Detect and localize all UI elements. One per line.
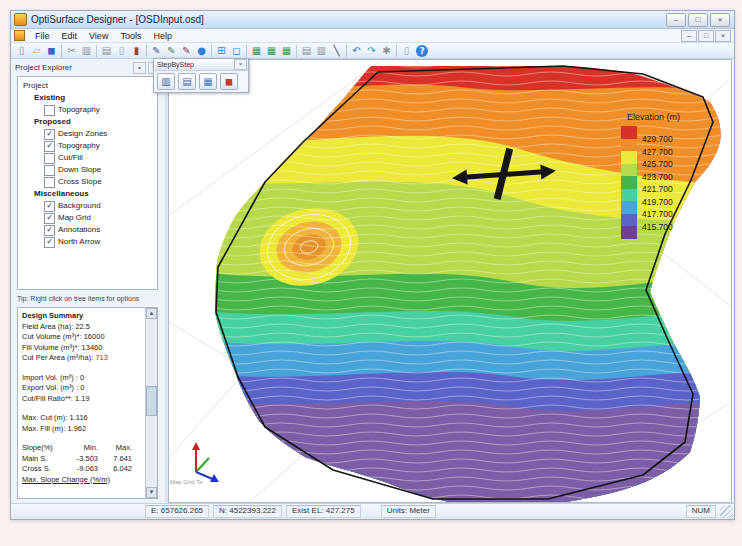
close-button[interactable]: × — [710, 13, 730, 27]
checkbox[interactable] — [44, 141, 55, 152]
step-design-button[interactable]: ▤ — [178, 73, 196, 90]
scroll-up-icon[interactable]: ▲ — [146, 308, 157, 319]
checkbox[interactable] — [44, 129, 55, 140]
legend-label: 417.700 — [642, 208, 673, 221]
summary-cut-volume: Cut Volume (m³)*: 16000 — [22, 332, 144, 343]
tree-item-design-zones[interactable]: Design Zones — [18, 128, 157, 140]
tree-item-proposed-topography[interactable]: Topography — [18, 140, 157, 152]
stepbystep-close-icon[interactable]: × — [234, 59, 247, 70]
design-summary-panel: Design Summary Field Area (ha): 22.5 Cut… — [17, 307, 158, 499]
maximize-button[interactable]: □ — [688, 13, 708, 27]
menu-file[interactable]: File — [29, 31, 56, 41]
legend-swatch — [621, 214, 637, 227]
checkbox[interactable] — [44, 201, 55, 212]
print-icon[interactable]: ▤ — [99, 44, 114, 58]
draw-line-icon[interactable]: ✎ — [149, 44, 164, 58]
world-view-icon[interactable]: ● — [194, 44, 209, 58]
save-project-icon[interactable]: ◼ — [44, 44, 59, 58]
preview-document-icon[interactable]: ▯ — [399, 44, 414, 58]
status-spacer — [11, 505, 141, 518]
app-window: OptiSurface Designer - [OSDInput.osd] – … — [10, 10, 735, 520]
checkbox[interactable] — [44, 153, 55, 164]
tree-node-project[interactable]: Project — [18, 80, 157, 92]
step-export-button[interactable]: ◼ — [220, 73, 238, 90]
pin-icon[interactable]: ▪ — [133, 62, 146, 74]
checkbox[interactable] — [44, 177, 55, 188]
new-document-icon[interactable]: ▯ — [14, 44, 29, 58]
stepbystep-title: StepByStep — [154, 61, 194, 68]
design-zones-grid-icon[interactable]: ▦ — [249, 44, 264, 58]
summary-footer: Max. Slope Change (%/m) — [22, 475, 144, 486]
checkbox[interactable] — [44, 165, 55, 176]
step-analyze-button[interactable]: ▦ — [199, 73, 217, 90]
tree-item-down-slope[interactable]: Down Slope — [18, 164, 157, 176]
measure-line-icon[interactable]: ╲ — [329, 44, 344, 58]
copy-icon[interactable]: ▥ — [79, 44, 94, 58]
tree-item-annotations[interactable]: Annotations — [18, 224, 157, 236]
stepbystep-titlebar[interactable]: StepByStep × — [154, 59, 248, 71]
step-import-button[interactable]: ▥ — [157, 73, 175, 90]
summary-scrollbar[interactable]: ▲ ▼ — [145, 308, 157, 498]
tree-item-cutfill[interactable]: Cut/Fill — [18, 152, 157, 164]
legend-label: 429.700 — [642, 133, 673, 146]
legend-label: 425.700 — [642, 158, 673, 171]
legend-swatch — [621, 201, 637, 214]
scroll-thumb[interactable] — [146, 386, 157, 416]
status-units: Units: Meter — [381, 505, 436, 518]
layers-icon[interactable]: ▤ — [299, 44, 314, 58]
redo-icon[interactable]: ↷ — [364, 44, 379, 58]
checkbox[interactable] — [44, 237, 55, 248]
title-bar[interactable]: OptiSurface Designer - [OSDInput.osd] – … — [11, 11, 734, 29]
mdi-close-button[interactable]: × — [715, 30, 731, 42]
tree-item-north-arrow[interactable]: North Arrow — [18, 236, 157, 248]
mdi-minimize-button[interactable]: – — [681, 30, 697, 42]
axis-triad-icon — [192, 442, 219, 482]
zoom-extents-icon[interactable]: ⊞ — [214, 44, 229, 58]
cut-icon[interactable]: ✂ — [64, 44, 79, 58]
open-project-icon[interactable]: ▱ — [29, 44, 44, 58]
checkbox[interactable] — [44, 213, 55, 224]
draw-polyline-icon[interactable]: ✎ — [164, 44, 179, 58]
tree-item-map-grid[interactable]: Map Grid — [18, 212, 157, 224]
status-northing: N: 4522393.222 — [213, 505, 282, 518]
menu-edit[interactable]: Edit — [56, 31, 84, 41]
summary-cut-per-area: Cut Per Area (m³/ha): 713 — [22, 353, 144, 364]
page-report-icon[interactable]: ▯ — [114, 44, 129, 58]
slope-table-row-main: Main S.-3.5037.641 — [22, 454, 144, 465]
tree-group-miscellaneous[interactable]: Miscellaneous — [18, 188, 157, 200]
map-viewport[interactable]: Map Grid Te Elevation (m) — [168, 59, 732, 503]
summary-fill-volume: Fill Volume (m³)*: 13460 — [22, 343, 144, 354]
status-easting: E: 657626.265 — [145, 505, 209, 518]
legend-swatch — [621, 164, 637, 177]
tree-item-existing-topography[interactable]: Topography — [18, 104, 157, 116]
topography-grid-icon[interactable]: ▦ — [264, 44, 279, 58]
tree-item-background[interactable]: Background — [18, 200, 157, 212]
undo-icon[interactable]: ↶ — [349, 44, 364, 58]
menu-view[interactable]: View — [83, 31, 114, 41]
legend-swatch — [621, 189, 637, 202]
menu-tools[interactable]: Tools — [114, 31, 147, 41]
mdi-restore-button[interactable]: □ — [698, 30, 714, 42]
pan-view-icon[interactable]: ◻ — [229, 44, 244, 58]
stepbystep-toolbar[interactable]: StepByStep × ▥ ▤ ▦ ◼ — [153, 58, 249, 93]
tree-item-cross-slope[interactable]: Cross Slope — [18, 176, 157, 188]
tree-tip-text: Tip: Right click on tree items for optio… — [17, 295, 163, 302]
slope-table-header: Slope(%)Min.Max. — [22, 443, 144, 454]
cutfill-grid-icon[interactable]: ▦ — [279, 44, 294, 58]
checkbox[interactable] — [44, 105, 55, 116]
tree-group-proposed[interactable]: Proposed — [18, 116, 157, 128]
minimize-button[interactable]: – — [666, 13, 686, 27]
tree-group-existing[interactable]: Existing — [18, 92, 157, 104]
log-book-icon[interactable]: ▮ — [129, 44, 144, 58]
legend-swatch — [621, 126, 637, 139]
help-about-icon[interactable]: ? — [416, 45, 428, 57]
data-table-icon[interactable]: ▥ — [314, 44, 329, 58]
menu-help[interactable]: Help — [147, 31, 178, 41]
draw-polygon-icon[interactable]: ✎ — [179, 44, 194, 58]
main-toolbar: ▯ ▱ ◼ ✂ ▥ ▤ ▯ ▮ ✎ ✎ ✎ ● ⊞ ◻ ▦ ▦ ▦ ▤ ▥ ╲ … — [11, 43, 734, 59]
settings-icon[interactable]: ✱ — [379, 44, 394, 58]
checkbox[interactable] — [44, 225, 55, 236]
resize-grip[interactable] — [720, 505, 733, 518]
summary-export-vol: Export Vol. (m³) : 0 — [22, 383, 144, 394]
scroll-down-icon[interactable]: ▼ — [146, 487, 157, 498]
